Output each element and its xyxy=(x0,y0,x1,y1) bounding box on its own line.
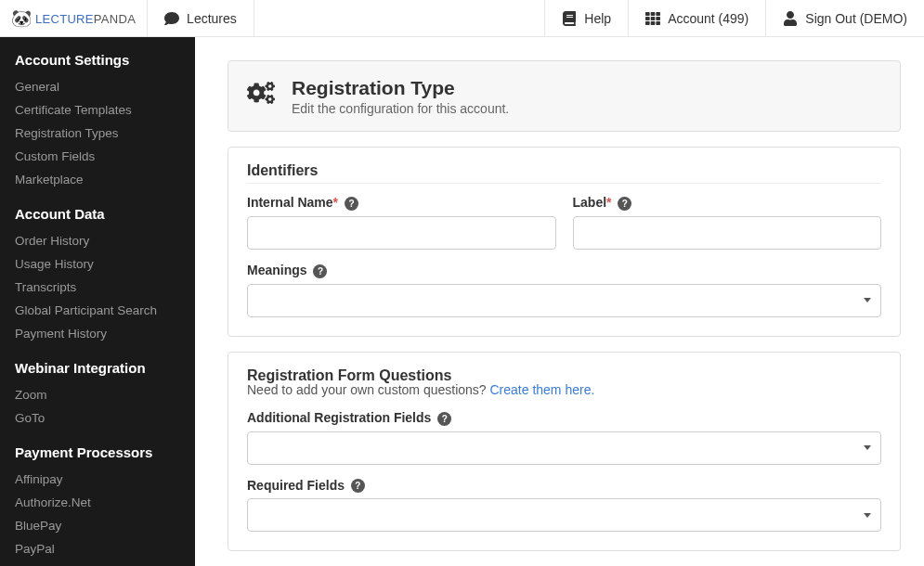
required-asterisk: * xyxy=(606,195,611,210)
top-navigation: 🐼 LECTUREPANDA Lectures Help Account (49… xyxy=(0,0,924,37)
book-icon xyxy=(562,11,577,26)
nav-help-label: Help xyxy=(584,11,611,26)
gears-icon xyxy=(247,79,275,113)
meanings-group: Meanings ? xyxy=(247,263,881,317)
nav-spacer xyxy=(254,0,545,36)
additional-fields-label: Additional Registration Fields ? xyxy=(247,410,881,426)
help-icon[interactable]: ? xyxy=(437,412,451,426)
page-title: Registration Type xyxy=(292,76,509,99)
help-icon[interactable]: ? xyxy=(345,197,358,211)
identifiers-title: Identifiers xyxy=(247,162,881,184)
sidebar-heading-webinar-integration: Webinar Integration xyxy=(0,345,195,383)
label-group: Label* ? xyxy=(573,195,882,250)
identifiers-row-1: Internal Name* ? Label* ? xyxy=(247,195,881,250)
sidebar-heading-account-data: Account Data xyxy=(0,191,195,229)
content-area: Registration Type Edit the configuration… xyxy=(195,37,924,566)
meanings-label: Meanings ? xyxy=(247,263,881,278)
page-header-text: Registration Type Edit the configuration… xyxy=(292,76,509,116)
label-input[interactable] xyxy=(573,216,882,250)
nav-account[interactable]: Account (499) xyxy=(628,0,765,36)
questions-subtitle: Need to add your own custom questions? C… xyxy=(247,382,881,397)
sidebar-item-certificate-templates[interactable]: Certificate Templates xyxy=(0,98,195,122)
sidebar-item-payment-history[interactable]: Payment History xyxy=(0,322,195,345)
user-icon xyxy=(783,11,798,26)
sidebar-item-affinipay[interactable]: Affinipay xyxy=(0,468,195,491)
additional-fields-group: Additional Registration Fields ? xyxy=(247,410,881,465)
sidebar-item-registration-types[interactable]: Registration Types xyxy=(0,122,195,145)
page-subtitle: Edit the configuration for this account. xyxy=(292,101,509,116)
comment-icon xyxy=(164,11,179,26)
label-label-text: Label xyxy=(573,195,607,210)
internal-name-label-text: Internal Name xyxy=(247,195,333,210)
logo-text: LECTUREPANDA xyxy=(35,11,136,26)
sidebar-item-usage-history[interactable]: Usage History xyxy=(0,252,195,276)
internal-name-group: Internal Name* ? xyxy=(247,195,556,250)
sidebar-item-order-history[interactable]: Order History xyxy=(0,229,195,252)
additional-fields-label-text: Additional Registration Fields xyxy=(247,410,431,425)
nav-right: Help Account (499) Sign Out (DEMO) xyxy=(544,0,924,36)
label-label: Label* ? xyxy=(573,195,882,211)
caret-down-icon xyxy=(864,445,871,450)
sidebar-item-goto[interactable]: GoTo xyxy=(0,406,195,430)
additional-fields-select[interactable] xyxy=(247,431,881,465)
sidebar-heading-account-settings: Account Settings xyxy=(0,37,195,75)
sidebar-item-transcripts[interactable]: Transcripts xyxy=(0,276,195,299)
required-fields-label: Required Fields ? xyxy=(247,478,881,494)
grid-icon xyxy=(645,11,660,26)
nav-help[interactable]: Help xyxy=(544,0,628,36)
questions-subtitle-text: Need to add your own custom questions? xyxy=(247,382,490,397)
main-layout: Account Settings General Certificate Tem… xyxy=(0,37,924,566)
nav-lectures-label: Lectures xyxy=(187,11,237,26)
sidebar: Account Settings General Certificate Tem… xyxy=(0,37,195,566)
page-header: Registration Type Edit the configuration… xyxy=(228,60,901,132)
help-icon[interactable]: ? xyxy=(313,264,327,278)
sidebar-item-bluepay[interactable]: BluePay xyxy=(0,514,195,537)
sidebar-item-authorize-net[interactable]: Authorize.Net xyxy=(0,491,195,514)
questions-panel: Registration Form Questions Need to add … xyxy=(228,352,901,552)
sidebar-item-zoom[interactable]: Zoom xyxy=(0,383,195,406)
help-icon[interactable]: ? xyxy=(351,479,365,493)
required-asterisk: * xyxy=(333,195,338,210)
sidebar-item-global-participant-search[interactable]: Global Participant Search xyxy=(0,299,195,322)
caret-down-icon xyxy=(864,513,871,518)
identifiers-panel: Identifiers Internal Name* ? Label* ? xyxy=(228,147,901,337)
required-fields-group: Required Fields ? xyxy=(247,478,881,533)
internal-name-input[interactable] xyxy=(247,216,556,250)
sidebar-item-paypal[interactable]: PayPal xyxy=(0,537,195,560)
logo[interactable]: 🐼 LECTUREPANDA xyxy=(0,0,148,36)
required-fields-select[interactable] xyxy=(247,498,881,532)
nav-signout[interactable]: Sign Out (DEMO) xyxy=(765,0,924,36)
sidebar-item-marketplace[interactable]: Marketplace xyxy=(0,168,195,191)
sidebar-heading-payment-processors: Payment Processors xyxy=(0,430,195,468)
panda-icon: 🐼 xyxy=(11,8,32,29)
meanings-select[interactable] xyxy=(247,284,881,317)
create-questions-link[interactable]: Create them here. xyxy=(490,382,595,397)
help-icon[interactable]: ? xyxy=(618,197,631,211)
meanings-label-text: Meanings xyxy=(247,263,307,277)
sidebar-item-custom-fields[interactable]: Custom Fields xyxy=(0,145,195,168)
caret-down-icon xyxy=(864,298,871,302)
required-fields-label-text: Required Fields xyxy=(247,478,345,493)
sidebar-item-general[interactable]: General xyxy=(0,75,195,98)
nav-signout-label: Sign Out (DEMO) xyxy=(805,11,907,26)
internal-name-label: Internal Name* ? xyxy=(247,195,556,211)
nav-account-label: Account (499) xyxy=(668,11,748,26)
nav-lectures[interactable]: Lectures xyxy=(148,0,254,36)
